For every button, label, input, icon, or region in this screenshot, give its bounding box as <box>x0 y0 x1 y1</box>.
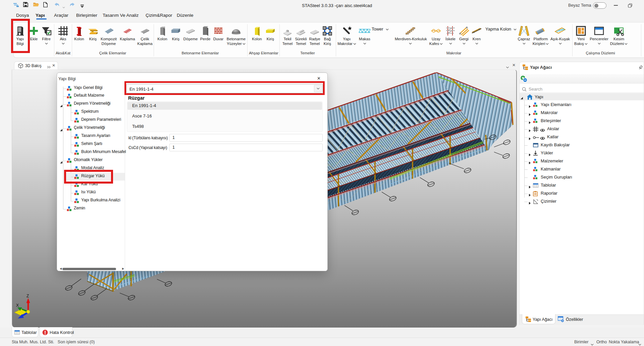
svg-text:Z: Z <box>26 294 29 298</box>
svg-text:X: X <box>16 303 19 308</box>
